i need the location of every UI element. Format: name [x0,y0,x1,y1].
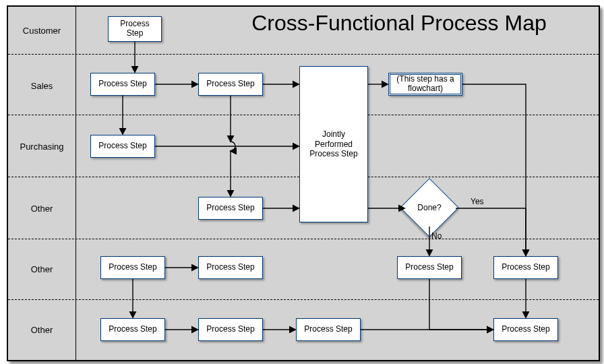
step-other1: Process Step [198,197,263,220]
lane-name-divider [76,7,76,360]
decision-label: Done? [400,187,458,228]
lane-label-other-1: Other [8,204,76,214]
lane-label-purchasing: Purchasing [8,142,76,152]
lane-label-other-3: Other [8,325,76,335]
step-joint: Jointly Performed Process Step [299,66,368,222]
edge-label-yes: Yes [471,197,484,206]
step-sales-subprocess: (This step has a flowchart) [388,73,462,96]
step-purchasing: Process Step [90,135,155,158]
lane-divider [8,239,599,239]
lane-divider [8,299,599,300]
step-other2-2: Process Step [198,256,263,279]
lane-label-customer: Customer [8,26,76,36]
diagram-title: Cross-Functional Process Map [210,11,588,36]
step-other3-3: Process Step [296,318,361,341]
step-other3-1: Process Step [100,318,165,341]
lane-label-sales: Sales [8,81,76,91]
lane-label-other-2: Other [8,264,76,274]
step-other2-1: Process Step [100,256,165,279]
decision-done: Done? [400,187,458,228]
step-other2-4: Process Step [493,256,558,279]
step-sales-2: Process Step [198,73,263,96]
step-other2-3: Process Step [397,256,462,279]
step-sales-1: Process Step [90,73,155,96]
swimlane-board: Cross-Functional Process Map Customer Sa… [7,5,600,361]
step-other3-2: Process Step [198,318,263,341]
step-customer: Process Step [108,16,162,42]
lane-divider [8,54,599,55]
edge-label-no: No [431,231,442,241]
step-other3-4: Process Step [493,318,558,341]
